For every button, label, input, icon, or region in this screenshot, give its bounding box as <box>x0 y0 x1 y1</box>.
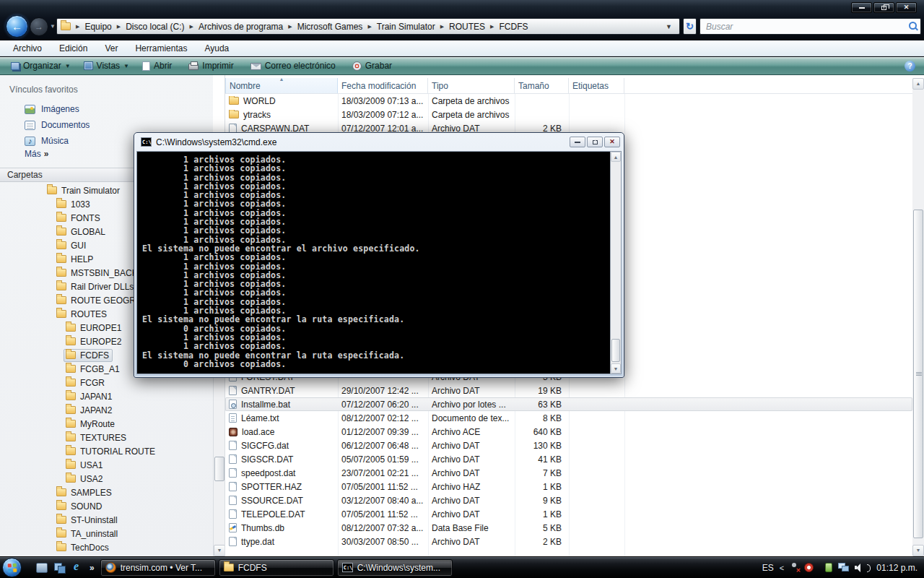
tree-item[interactable]: SAMPLES <box>0 486 213 499</box>
folder-icon <box>56 296 66 304</box>
close-button[interactable]: ✕ <box>896 2 917 13</box>
cmd-title-bar[interactable]: C:\ C:\Windows\system32\cmd.exe ✕ <box>136 133 622 151</box>
toolbar-button[interactable]: Organizar ▼ <box>4 59 77 74</box>
language-indicator[interactable]: ES <box>762 563 774 573</box>
console-scroll-up-icon[interactable]: ▲ <box>611 152 621 162</box>
show-desktop-icon[interactable] <box>36 563 48 573</box>
console-scroll-down-icon[interactable]: ▼ <box>611 363 621 374</box>
tree-item[interactable]: TUTORIAL ROUTE <box>0 444 213 458</box>
breadcrumb-item[interactable]: ▶ FCDFS <box>488 22 531 32</box>
more-links-button[interactable]: Más» <box>25 149 48 159</box>
favorite-link[interactable]: Documentos <box>0 117 213 133</box>
list-scroll-up-icon[interactable]: ▲ <box>912 78 924 90</box>
network-icon[interactable] <box>838 563 849 572</box>
user-offline-icon[interactable] <box>790 563 798 572</box>
tree-item[interactable]: TEXTURES <box>0 431 213 444</box>
forward-button[interactable]: → <box>30 17 48 36</box>
menu-item[interactable]: Ver <box>96 43 126 53</box>
column-header-tipo[interactable]: Tipo <box>428 78 515 93</box>
list-scrollbar[interactable]: ▲ ▼ <box>912 78 924 556</box>
table-row[interactable]: ttype.dat 30/03/2007 08:50 ... Archivo D… <box>225 535 912 548</box>
console-scroll-thumb[interactable] <box>611 339 620 362</box>
tree-scroll-down-icon[interactable]: ▼ <box>214 545 225 556</box>
console-line: 1 archivos copiados. <box>142 288 621 297</box>
clock[interactable]: 01:12 p.m. <box>876 563 918 573</box>
column-header-fecha[interactable]: Fecha modificación <box>338 78 428 93</box>
breadcrumb-item[interactable]: ▶ Microsoft Games <box>286 22 365 32</box>
tree-item[interactable]: MyRoute <box>0 417 213 431</box>
breadcrumb-item[interactable]: ▶ Equipo <box>74 22 115 32</box>
tree-item[interactable]: USA1 <box>0 458 213 472</box>
address-dropdown-icon[interactable]: ▼ <box>666 23 675 30</box>
favorite-link[interactable]: Imágenes <box>0 101 213 117</box>
column-header-tamano[interactable]: Tamaño <box>515 78 569 93</box>
toolbar-button[interactable]: Vistas ▼ <box>77 59 136 74</box>
back-arrow-icon: ← <box>12 20 22 33</box>
toolbar-button[interactable]: Imprimir <box>182 59 243 74</box>
column-header-nombre[interactable]: ▲ Nombre <box>225 78 338 93</box>
history-dropdown-icon[interactable]: ▼ <box>50 23 56 30</box>
breadcrumb-item[interactable]: ▶ Archivos de programa <box>188 22 287 32</box>
start-button[interactable] <box>2 558 22 577</box>
search-icon[interactable] <box>906 20 920 34</box>
folder-icon <box>66 351 76 359</box>
help-button[interactable]: ? <box>905 61 915 72</box>
table-row[interactable]: Léame.txt 08/12/2007 02:12 ... Documento… <box>225 411 912 425</box>
quick-launch-overflow-icon[interactable]: » <box>90 563 95 573</box>
cmd-close-button[interactable]: ✕ <box>604 137 620 147</box>
minimize-button[interactable] <box>851 2 872 13</box>
table-row[interactable]: load.ace 01/12/2007 09:39 ... Archivo AC… <box>225 425 912 439</box>
tree-scroll-thumb[interactable] <box>214 457 225 481</box>
tree-item[interactable]: USA2 <box>0 472 213 486</box>
breadcrumb-item[interactable]: ▶ ROUTES <box>438 22 488 32</box>
menu-item[interactable]: Edición <box>51 43 96 53</box>
tree-item[interactable]: SOUND <box>0 499 213 513</box>
taskbar-button[interactable]: trensim.com • Ver T... <box>100 559 216 577</box>
power-icon[interactable] <box>825 563 832 572</box>
table-row[interactable]: TELEPOLE.DAT 07/05/2001 11:52 ... Archiv… <box>225 507 912 521</box>
menu-item[interactable]: Herramientas <box>126 43 196 53</box>
cmd-restore-button[interactable] <box>587 137 603 147</box>
list-scroll-down-icon[interactable]: ▼ <box>912 545 924 556</box>
volume-icon[interactable] <box>855 563 866 572</box>
breadcrumb[interactable]: ▶ Equipo ▶ Disco local (C:) ▶ Archivos d… <box>56 18 680 35</box>
column-header-etiquetas[interactable]: Etiquetas <box>569 78 624 93</box>
restore-button[interactable] <box>873 2 894 13</box>
breadcrumb-item[interactable]: ▶ Train Simulator <box>365 22 437 32</box>
internet-explorer-icon[interactable] <box>72 563 84 573</box>
folder-icon <box>56 543 66 551</box>
list-scroll-thumb[interactable] <box>913 210 923 538</box>
tree-item[interactable]: JAPAN2 <box>0 403 213 417</box>
table-row[interactable]: GANTRY.DAT 29/10/2007 12:42 ... Archivo … <box>225 384 912 397</box>
folder-icon <box>56 516 66 524</box>
tree-item[interactable]: JAPAN1 <box>0 389 213 403</box>
table-row[interactable]: SIGSCR.DAT 05/07/2005 01:59 ... Archivo … <box>225 452 912 466</box>
switch-windows-icon[interactable] <box>54 563 66 573</box>
tray-expand-icon[interactable]: < <box>780 564 784 572</box>
back-button[interactable]: ← <box>6 15 28 38</box>
taskbar-button[interactable]: FCDFS <box>219 559 334 577</box>
antivirus-icon[interactable] <box>804 563 814 572</box>
tree-item[interactable]: TA_uninstall <box>0 527 213 540</box>
breadcrumb-item[interactable]: ▶ Disco local (C:) <box>115 22 188 32</box>
toolbar-button[interactable]: Abrir <box>136 59 182 74</box>
table-row[interactable]: SIGCFG.dat 06/12/2007 06:48 ... Archivo … <box>225 439 912 452</box>
table-row[interactable]: Installme.bat 07/12/2007 06:20 ... Archi… <box>225 397 912 411</box>
toolbar-button[interactable]: Correo electrónico <box>244 59 346 74</box>
table-row[interactable]: speedpost.dat 23/07/2001 02:21 ... Archi… <box>225 466 912 480</box>
search-input[interactable] <box>700 22 906 32</box>
toolbar-button[interactable]: Grabar <box>346 59 402 74</box>
table-row[interactable]: WORLD 18/03/2009 07:13 a... Carpeta de a… <box>225 94 912 108</box>
table-row[interactable]: Thumbs.db 08/12/2007 07:32 a... Data Bas… <box>225 521 912 535</box>
table-row[interactable]: ytracks 18/03/2009 07:12 a... Carpeta de… <box>225 108 912 121</box>
tree-item[interactable]: ST-Uninstall <box>0 513 213 527</box>
cmd-minimize-button[interactable] <box>570 137 585 147</box>
table-row[interactable]: SPOTTER.HAZ 07/05/2001 11:52 ... Archivo… <box>225 480 912 493</box>
menu-item[interactable]: Ayuda <box>196 43 237 53</box>
console-scrollbar[interactable]: ▲ ▼ <box>610 152 621 374</box>
tree-item[interactable]: TechDocs <box>0 540 213 554</box>
menu-item[interactable]: Archivo <box>4 43 51 53</box>
taskbar-button[interactable]: C:\Windows\system... <box>337 559 453 577</box>
refresh-button[interactable]: ↻ <box>683 18 697 35</box>
table-row[interactable]: SSOURCE.DAT 03/12/2007 08:40 a... Archiv… <box>225 493 912 507</box>
